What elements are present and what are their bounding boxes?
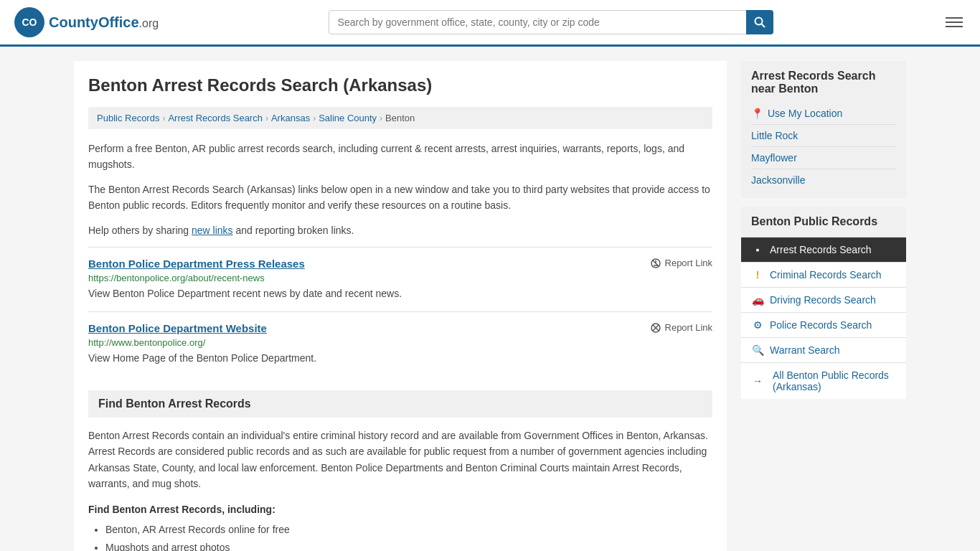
search-area bbox=[329, 10, 773, 34]
arrest-records-label: Arrest Records Search bbox=[770, 244, 872, 255]
find-section-header: Find Benton Arrest Records bbox=[88, 390, 712, 418]
find-list-item: Benton, AR Arrest Records online for fre… bbox=[105, 521, 712, 539]
result-url-2: http://www.bentonpolice.org/ bbox=[88, 337, 712, 348]
bc-sep-3: › bbox=[313, 113, 316, 123]
little-rock-link[interactable]: Little Rock bbox=[751, 130, 798, 141]
jacksonville-link[interactable]: Jacksonville bbox=[751, 174, 805, 186]
bc-sep-1: › bbox=[162, 113, 165, 123]
warrant-search-label: Warrant Search bbox=[770, 344, 840, 356]
result-card-2: Benton Police Department Website Report … bbox=[88, 311, 712, 376]
report-link-btn-2[interactable]: Report Link bbox=[650, 322, 712, 334]
breadcrumb-benton: Benton bbox=[385, 113, 415, 123]
near-mayflower[interactable]: Mayflower bbox=[751, 149, 896, 167]
criminal-icon: ! bbox=[751, 269, 764, 281]
find-subhead: Find Benton Arrest Records, including: bbox=[88, 504, 712, 515]
mayflower-link[interactable]: Mayflower bbox=[751, 152, 797, 164]
svg-text:CO: CO bbox=[22, 17, 37, 28]
hamburger-line-1 bbox=[946, 17, 963, 19]
use-my-location-item[interactable]: 📍 Use My Location bbox=[751, 104, 896, 123]
result-cards: Benton Police Department Press Releases … bbox=[88, 247, 712, 376]
description-2: The Benton Arrest Records Search (Arkans… bbox=[88, 182, 712, 214]
main-content: Benton Arrest Records Search (Arkansas) … bbox=[74, 61, 727, 551]
result-card-1: Benton Police Department Press Releases … bbox=[88, 247, 712, 311]
search-button[interactable] bbox=[746, 10, 773, 34]
search-input-wrapper bbox=[329, 10, 773, 34]
breadcrumb-arrest-records[interactable]: Arrest Records Search bbox=[168, 113, 263, 123]
use-my-location-link[interactable]: Use My Location bbox=[768, 108, 842, 119]
criminal-records-label: Criminal Records Search bbox=[770, 269, 882, 281]
logo-icon: CO bbox=[14, 7, 44, 37]
menu-button[interactable] bbox=[943, 14, 966, 30]
near-jacksonville[interactable]: Jacksonville bbox=[751, 171, 896, 189]
logo-area: CO CountyOffice.org bbox=[14, 7, 159, 37]
warrant-icon: 🔍 bbox=[751, 344, 764, 356]
near-little-rock[interactable]: Little Rock bbox=[751, 126, 896, 145]
sidebar-pr-title: Benton Public Records bbox=[741, 207, 906, 237]
breadcrumb-saline-county[interactable]: Saline County bbox=[319, 113, 377, 123]
result-title-1[interactable]: Benton Police Department Press Releases bbox=[88, 258, 305, 270]
bc-sep-4: › bbox=[380, 113, 382, 123]
description-3: Help others by sharing new links and rep… bbox=[88, 222, 712, 238]
breadcrumb-arkansas[interactable]: Arkansas bbox=[271, 113, 310, 123]
sidebar-driving-records[interactable]: 🚗 Driving Records Search bbox=[741, 287, 906, 312]
all-records-arrow-icon: → bbox=[751, 375, 764, 387]
hamburger-line-2 bbox=[946, 22, 963, 23]
report-link-btn-1[interactable]: Report Link bbox=[650, 258, 712, 269]
driving-icon: 🚗 bbox=[751, 294, 764, 306]
sidebar-arrest-records[interactable]: ▪ Arrest Records Search bbox=[741, 237, 906, 262]
new-links[interactable]: new links bbox=[192, 225, 233, 236]
page-wrapper: Benton Arrest Records Search (Arkansas) … bbox=[60, 47, 920, 551]
sidebar-criminal-records[interactable]: ! Criminal Records Search bbox=[741, 262, 906, 287]
find-body: Benton Arrest Records contain an individ… bbox=[88, 428, 712, 492]
header: CO CountyOffice.org bbox=[0, 0, 980, 47]
bc-sep-2: › bbox=[265, 113, 268, 123]
breadcrumb-public-records[interactable]: Public Records bbox=[97, 113, 159, 123]
sidebar-all-records[interactable]: → All Benton Public Records (Arkansas) bbox=[741, 362, 906, 399]
arrest-records-icon: ▪ bbox=[751, 244, 764, 255]
breadcrumb: Public Records › Arrest Records Search ›… bbox=[88, 107, 712, 129]
svg-point-2 bbox=[755, 18, 762, 25]
find-section: Find Benton Arrest Records Benton Arrest… bbox=[88, 390, 712, 551]
result-card-header-2: Benton Police Department Website Report … bbox=[88, 322, 712, 334]
police-records-label: Police Records Search bbox=[770, 319, 872, 331]
sidebar: Arrest Records Search near Benton 📍 Use … bbox=[741, 61, 906, 551]
result-url-1: https://bentonpolice.org/about/recent-ne… bbox=[88, 273, 712, 283]
result-title-2[interactable]: Benton Police Department Website bbox=[88, 322, 267, 334]
all-records-label: All Benton Public Records (Arkansas) bbox=[773, 369, 896, 392]
find-list: Benton, AR Arrest Records online for fre… bbox=[88, 521, 712, 551]
page-title: Benton Arrest Records Search (Arkansas) bbox=[88, 75, 712, 95]
logo-text: CountyOffice.org bbox=[49, 14, 159, 31]
driving-records-label: Driving Records Search bbox=[770, 294, 876, 306]
near-divider-3 bbox=[751, 169, 896, 169]
sidebar-near-title: Arrest Records Search near Benton bbox=[751, 70, 896, 95]
svg-line-3 bbox=[761, 24, 765, 28]
find-list-item: Mugshots and arrest photos bbox=[105, 539, 712, 551]
sidebar-police-records[interactable]: ⚙ Police Records Search bbox=[741, 312, 906, 337]
result-desc-2: View Home Page of the Benton Police Depa… bbox=[88, 351, 712, 366]
result-desc-1: View Benton Police Department recent new… bbox=[88, 286, 712, 301]
sidebar-near-section: Arrest Records Search near Benton 📍 Use … bbox=[741, 61, 906, 198]
location-icon: 📍 bbox=[751, 108, 763, 119]
near-divider-1 bbox=[751, 124, 896, 125]
police-icon: ⚙ bbox=[751, 319, 764, 331]
near-divider-2 bbox=[751, 146, 896, 147]
hamburger-line-3 bbox=[946, 26, 963, 27]
search-input[interactable] bbox=[329, 10, 773, 34]
result-card-header-1: Benton Police Department Press Releases … bbox=[88, 258, 712, 270]
sidebar-warrant-search[interactable]: 🔍 Warrant Search bbox=[741, 337, 906, 362]
description-1: Perform a free Benton, AR public arrest … bbox=[88, 141, 712, 173]
sidebar-public-records: Benton Public Records ▪ Arrest Records S… bbox=[741, 207, 906, 399]
